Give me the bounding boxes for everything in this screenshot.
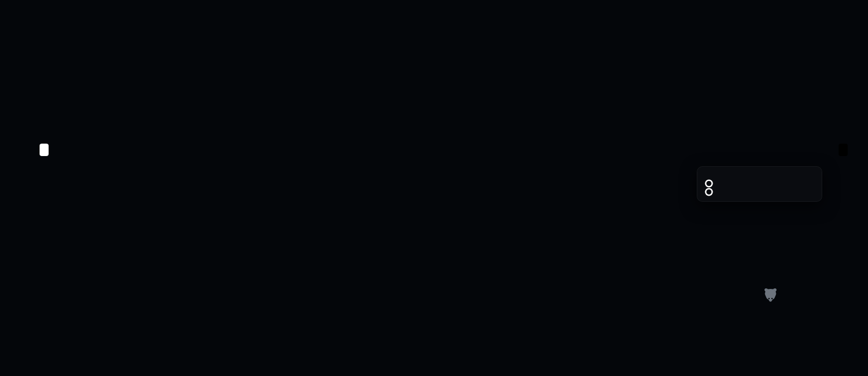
coinglass-watermark	[763, 287, 782, 302]
legend	[0, 41, 868, 48]
open-interest-dot-icon	[706, 189, 711, 195]
legend-item-xrp-price[interactable]	[415, 41, 427, 48]
oi-last-value-badge	[40, 144, 49, 156]
price-crosshair-value-badge	[839, 144, 848, 156]
xrp-price-swatch-icon	[415, 41, 422, 48]
chart-tooltip	[697, 166, 822, 202]
open-interest-swatch-icon	[441, 41, 449, 48]
coinglass-bull-icon	[763, 287, 778, 302]
xrp-price-dot-icon	[706, 181, 711, 186]
legend-item-open-interest[interactable]	[441, 41, 453, 48]
tooltip-row-open-interest	[705, 189, 814, 195]
chart-panel	[0, 0, 868, 376]
tooltip-row-xrp-price	[705, 181, 814, 186]
